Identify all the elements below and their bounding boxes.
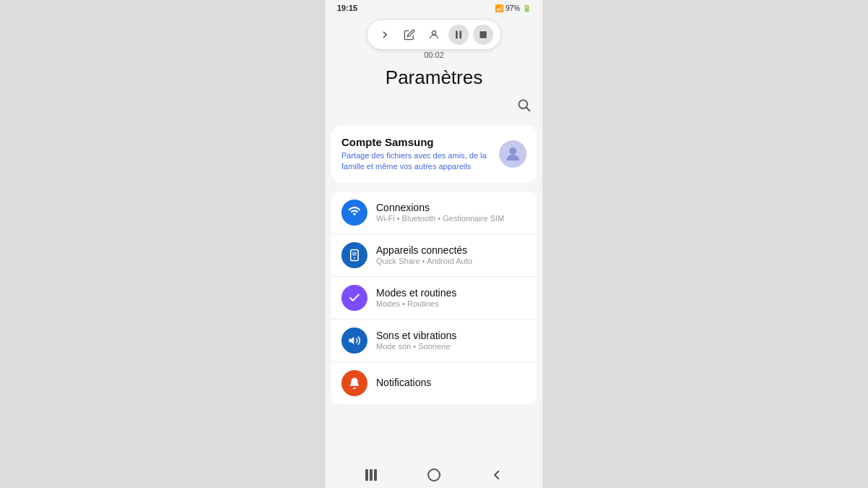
svg-rect-10: [352, 252, 357, 255]
svg-point-7: [509, 147, 516, 155]
modes-routines-text: Modes et routinesModes • Routines: [376, 287, 527, 308]
samsung-card-text: Compte Samsung Partage des fichiers avec…: [341, 136, 492, 173]
samsung-card-desc: Partage des fichiers avec des amis, de l…: [341, 150, 492, 173]
appareils-connectes-subtitle: Quick Share • Android Auto: [376, 257, 527, 265]
connexions-text: ConnexionsWi-Fi • Bluetooth • Gestionnai…: [376, 202, 527, 223]
signal-icon: 📶: [495, 4, 503, 12]
connexions-subtitle: Wi-Fi • Bluetooth • Gestionnaire SIM: [376, 214, 527, 223]
svg-rect-3: [480, 31, 486, 38]
settings-item-modes-routines[interactable]: Modes et routinesModes • Routines: [331, 277, 537, 320]
settings-item-connexions[interactable]: ConnexionsWi-Fi • Bluetooth • Gestionnai…: [331, 192, 537, 234]
search-button[interactable]: [516, 98, 531, 116]
svg-rect-1: [456, 31, 458, 39]
sons-vibrations-title: Sons et vibrations: [376, 330, 527, 341]
samsung-avatar: [499, 140, 527, 168]
notifications-title: Notifications: [376, 377, 527, 388]
svg-point-15: [428, 469, 440, 481]
appareils-connectes-title: Appareils connectés: [376, 244, 527, 256]
battery-icon: 🔋: [522, 4, 531, 12]
sons-vibrations-text: Sons et vibrationsMode son • Sonnerie: [376, 330, 527, 351]
svg-line-6: [527, 108, 530, 111]
samsung-card-title: Compte Samsung: [341, 136, 492, 148]
bottom-nav: [326, 462, 542, 488]
modes-routines-subtitle: Modes • Routines: [376, 299, 527, 308]
stop-button[interactable]: [473, 25, 493, 45]
toolbar-timer: 00:02: [424, 51, 444, 59]
modes-routines-icon: [341, 285, 367, 311]
back-button[interactable]: [484, 465, 510, 485]
svg-rect-13: [370, 469, 373, 481]
notifications-icon: [341, 370, 367, 396]
appareils-connectes-icon: [341, 242, 367, 268]
connexions-icon: [341, 200, 367, 226]
appareils-connectes-text: Appareils connectésQuick Share • Android…: [376, 244, 527, 265]
home-button[interactable]: [421, 465, 447, 485]
svg-point-0: [432, 31, 435, 35]
toolbar-bar: [367, 20, 501, 49]
battery-level: 97%: [506, 4, 520, 12]
svg-rect-14: [374, 469, 377, 481]
edit-button[interactable]: [399, 25, 420, 45]
status-icons: 📶 97% 🔋: [495, 4, 531, 12]
samsung-account-card[interactable]: Compte Samsung Partage des fichiers avec…: [331, 126, 537, 183]
expand-button[interactable]: [375, 25, 395, 45]
svg-rect-12: [365, 469, 368, 481]
page-title: Paramètres: [326, 59, 542, 95]
pause-button[interactable]: [448, 25, 469, 45]
settings-list: ConnexionsWi-Fi • Bluetooth • Gestionnai…: [331, 192, 537, 404]
connexions-title: Connexions: [376, 202, 527, 213]
search-row: [326, 95, 542, 121]
svg-point-9: [354, 257, 355, 259]
svg-rect-2: [459, 31, 461, 39]
red-arrow: [537, 19, 542, 61]
sons-vibrations-subtitle: Mode son • Sonnerie: [376, 342, 527, 351]
settings-item-sons-vibrations[interactable]: Sons et vibrationsMode son • Sonnerie: [331, 320, 537, 362]
status-bar: 19:15 📶 97% 🔋: [326, 0, 542, 16]
notifications-text: Notifications: [376, 377, 527, 389]
sons-vibrations-icon: [341, 328, 367, 354]
toolbar-area: 00:02: [326, 16, 542, 59]
settings-item-notifications[interactable]: Notifications: [331, 362, 537, 404]
svg-marker-11: [349, 337, 354, 345]
person-button[interactable]: [424, 25, 444, 45]
recents-button[interactable]: [358, 465, 384, 485]
modes-routines-title: Modes et routines: [376, 287, 527, 299]
status-time: 19:15: [337, 4, 357, 12]
settings-item-appareils-connectes[interactable]: Appareils connectésQuick Share • Android…: [331, 234, 537, 277]
